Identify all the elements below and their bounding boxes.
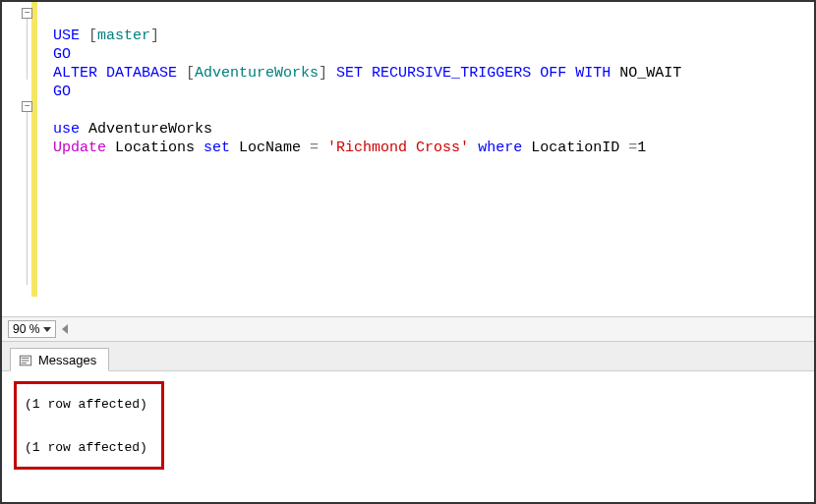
token-advworks: AdventureWorks (195, 65, 319, 82)
token-bracket-open: [ (80, 28, 97, 44)
token-tbl: Locations (106, 140, 204, 156)
token-bracket-open-2: [ (177, 65, 195, 82)
token-nowait: NO_WAIT (611, 65, 681, 82)
change-marker (31, 2, 37, 297)
highlight-box: (1 row affected) (1 row affected) (14, 381, 164, 470)
editor-gutter (2, 2, 41, 316)
token-cond: LocationID (522, 140, 628, 156)
zoom-dropdown[interactable]: 90 % (8, 320, 56, 338)
message-line-2: (1 row affected) (25, 437, 147, 459)
token-where: where (478, 140, 522, 156)
tab-messages[interactable]: Messages (10, 348, 109, 371)
messages-pane[interactable]: (1 row affected) (1 row affected) (2, 371, 814, 502)
chevron-down-icon (43, 327, 51, 332)
token-go-2: GO (53, 84, 71, 100)
token-use-2: use (53, 121, 80, 138)
token-database: DATABASE (97, 65, 177, 82)
token-with: WITH (566, 65, 611, 82)
zoom-bar: 90 % (2, 316, 814, 342)
token-eq: = (310, 140, 319, 156)
code-body[interactable]: USE [master] GO ALTER DATABASE [Adventur… (41, 2, 814, 316)
token-eq-2: = (628, 140, 637, 156)
token-bracket-close-2: ] (319, 65, 327, 82)
token-set: SET (327, 65, 363, 82)
token-master: master (97, 28, 150, 44)
message-line-1: (1 row affected) (25, 394, 147, 416)
token-val: 1 (637, 140, 646, 156)
token-off: OFF (531, 65, 566, 82)
outline-line-1 (27, 19, 28, 80)
results-tabs: Messages (2, 342, 814, 371)
ssms-window: USE [master] GO ALTER DATABASE [Adventur… (0, 0, 816, 504)
token-col: LocName (230, 140, 310, 156)
messages-icon (19, 354, 32, 367)
collapse-toggle-block1[interactable] (22, 8, 32, 19)
token-rectrig: RECURSIVE_TRIGGERS (363, 65, 531, 82)
token-advworks-2: AdventureWorks (80, 121, 212, 138)
token-update: Update (53, 140, 106, 156)
collapse-toggle-block2[interactable] (22, 101, 32, 112)
token-bracket-close: ] (150, 28, 159, 44)
token-string: 'Richmond Cross' (319, 140, 478, 156)
scroll-left-icon[interactable] (62, 324, 68, 334)
outline-line-2 (27, 112, 28, 285)
token-alter: ALTER (53, 65, 97, 82)
tab-messages-label: Messages (38, 353, 96, 367)
sql-editor[interactable]: USE [master] GO ALTER DATABASE [Adventur… (2, 2, 814, 316)
token-go: GO (53, 46, 71, 63)
token-set-2: set (204, 140, 230, 156)
zoom-level-label: 90 % (13, 322, 39, 336)
token-use: USE (53, 28, 80, 44)
